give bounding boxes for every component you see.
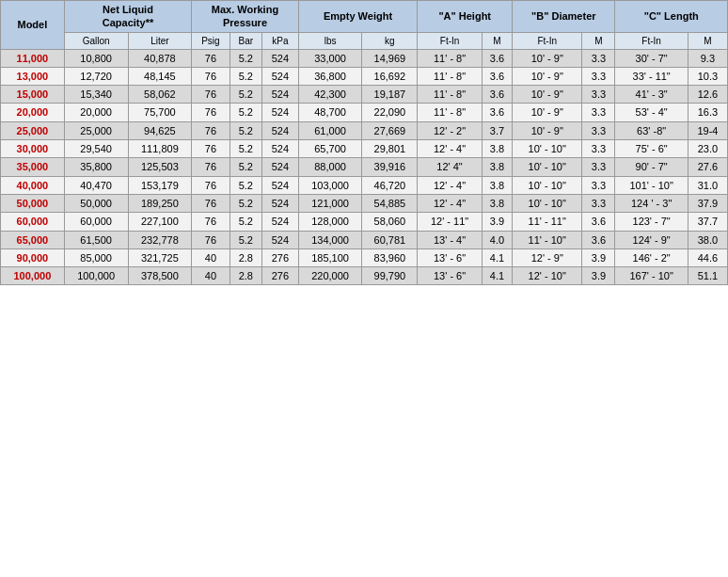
psig-cell: 76: [192, 213, 229, 231]
psig-cell: 76: [192, 176, 229, 194]
table-row: 11,00010,80040,878765.252433,00014,96911…: [1, 49, 728, 67]
a_ftin-cell: 11' - 8": [418, 67, 482, 85]
lbs-cell: 65,700: [298, 140, 362, 158]
table-row: 35,00035,800125,503765.252488,00039,9161…: [1, 158, 728, 176]
a_m-cell: 3.8: [482, 158, 512, 176]
gallon-cell: 20,000: [64, 104, 128, 121]
a_ftin-cell: 12' - 4": [418, 194, 482, 212]
kg-cell: 60,781: [362, 231, 418, 248]
table-row: 100,000100,000378,500402.8276220,00099,7…: [1, 267, 728, 285]
bar-cell: 5.2: [229, 176, 261, 194]
bar-cell: 5.2: [229, 121, 261, 139]
model-cell: 13,000: [1, 67, 65, 85]
b_m-cell: 3.6: [582, 213, 615, 231]
liter-cell: 189,250: [128, 194, 192, 212]
b_ftin-cell: 10' - 9": [513, 104, 582, 121]
c_ftin-cell: 63' -8": [615, 121, 688, 139]
kpa-cell: 276: [261, 267, 298, 285]
c_m-cell: 12.6: [688, 86, 727, 104]
liter-cell: 321,725: [128, 248, 192, 266]
a-ftin-header: Ft-In: [418, 32, 482, 49]
model-cell: 60,000: [1, 213, 65, 231]
table-row: 90,00085,000321,725402.8276185,10083,960…: [1, 248, 728, 266]
a_m-cell: 3.8: [482, 140, 512, 158]
a_m-cell: 4.1: [482, 248, 512, 266]
a_m-cell: 3.9: [482, 213, 512, 231]
c_ftin-cell: 124' - 9": [615, 231, 688, 248]
b_ftin-cell: 10' - 9": [513, 121, 582, 139]
kpa-header: kPa: [261, 32, 298, 49]
bar-cell: 5.2: [229, 158, 261, 176]
psig-cell: 76: [192, 49, 229, 67]
psig-cell: 40: [192, 267, 229, 285]
model-cell: 50,000: [1, 194, 65, 212]
b_m-cell: 3.6: [582, 231, 615, 248]
c_ftin-cell: 30' - 7": [615, 49, 688, 67]
c_ftin-cell: 123' - 7": [615, 213, 688, 231]
b_m-cell: 3.9: [582, 267, 615, 285]
psig-header: Psig: [192, 32, 229, 49]
a_m-cell: 4.1: [482, 267, 512, 285]
model-cell: 15,000: [1, 86, 65, 104]
a_ftin-cell: 13' - 6": [418, 248, 482, 266]
b_m-cell: 3.3: [582, 86, 615, 104]
diameter-header: "B" Diameter: [513, 1, 615, 33]
kpa-cell: 524: [261, 158, 298, 176]
b_ftin-cell: 10' - 9": [513, 49, 582, 67]
lbs-cell: 128,000: [298, 213, 362, 231]
psig-cell: 76: [192, 194, 229, 212]
gallon-cell: 25,000: [64, 121, 128, 139]
liter-header: Liter: [128, 32, 192, 49]
model-cell: 35,000: [1, 158, 65, 176]
a_ftin-cell: 12' - 2": [418, 121, 482, 139]
liter-cell: 111,809: [128, 140, 192, 158]
a-m-header: M: [482, 32, 512, 49]
table-row: 60,00060,000227,100765.2524128,00058,060…: [1, 213, 728, 231]
liter-cell: 48,145: [128, 67, 192, 85]
psig-cell: 76: [192, 140, 229, 158]
psig-cell: 76: [192, 158, 229, 176]
c_ftin-cell: 41' - 3": [615, 86, 688, 104]
kg-header: kg: [362, 32, 418, 49]
b_m-cell: 3.3: [582, 176, 615, 194]
c_ftin-cell: 167' - 10": [615, 267, 688, 285]
b_m-cell: 3.3: [582, 49, 615, 67]
kg-cell: 19,187: [362, 86, 418, 104]
c_ftin-cell: 33' - 11": [615, 67, 688, 85]
a_m-cell: 3.6: [482, 67, 512, 85]
table-row: 50,00050,000189,250765.2524121,00054,885…: [1, 194, 728, 212]
kg-cell: 83,960: [362, 248, 418, 266]
liter-cell: 227,100: [128, 213, 192, 231]
b_ftin-cell: 10' - 10": [513, 140, 582, 158]
c_m-cell: 37.7: [688, 213, 727, 231]
b_ftin-cell: 11' - 11": [513, 213, 582, 231]
a_m-cell: 3.8: [482, 176, 512, 194]
gallon-cell: 29,540: [64, 140, 128, 158]
lbs-cell: 134,000: [298, 231, 362, 248]
a_m-cell: 3.6: [482, 86, 512, 104]
bar-cell: 5.2: [229, 67, 261, 85]
c-ftin-header: Ft-In: [615, 32, 688, 49]
kg-cell: 14,969: [362, 49, 418, 67]
table-row: 13,00012,72048,145765.252436,80016,69211…: [1, 67, 728, 85]
model-cell: 20,000: [1, 104, 65, 121]
gallon-cell: 85,000: [64, 248, 128, 266]
length-header: "C" Length: [615, 1, 728, 33]
psig-cell: 40: [192, 248, 229, 266]
liter-cell: 75,700: [128, 104, 192, 121]
gallon-header: Gallon: [64, 32, 128, 49]
model-header: Model: [1, 1, 65, 50]
kpa-cell: 524: [261, 194, 298, 212]
height-header: "A" Height: [418, 1, 513, 33]
b_m-cell: 3.9: [582, 248, 615, 266]
lbs-cell: 103,000: [298, 176, 362, 194]
liter-cell: 58,062: [128, 86, 192, 104]
liter-cell: 125,503: [128, 158, 192, 176]
b_m-cell: 3.3: [582, 104, 615, 121]
kpa-cell: 524: [261, 213, 298, 231]
bar-cell: 5.2: [229, 49, 261, 67]
b_m-cell: 3.3: [582, 140, 615, 158]
table-row: 25,00025,00094,625765.252461,00027,66912…: [1, 121, 728, 139]
kpa-cell: 524: [261, 67, 298, 85]
a_ftin-cell: 12' - 11": [418, 213, 482, 231]
